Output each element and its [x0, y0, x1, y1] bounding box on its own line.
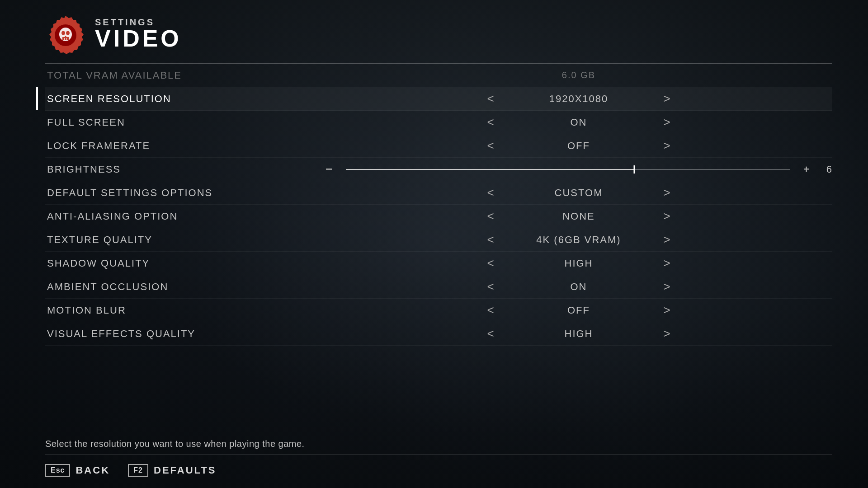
- ambient-occlusion-prev[interactable]: <: [484, 280, 497, 294]
- brightness-decrease[interactable]: −: [326, 162, 332, 176]
- title-block: SETTINGS VIDEO: [95, 18, 182, 50]
- screen-resolution-prev[interactable]: <: [484, 92, 497, 106]
- texture-quality-next[interactable]: >: [660, 233, 674, 247]
- full-screen-row[interactable]: FULL SCREEN < ON >: [45, 111, 832, 134]
- visual-effects-row[interactable]: VISUAL EFFECTS QUALITY < HIGH >: [45, 322, 832, 346]
- anti-aliasing-prev[interactable]: <: [484, 209, 497, 223]
- full-screen-control: < ON >: [326, 115, 832, 129]
- f2-key-badge: F2: [128, 464, 148, 477]
- motion-blur-label: MOTION BLUR: [45, 305, 326, 316]
- back-label: BACK: [75, 465, 110, 476]
- brightness-fill: [346, 169, 634, 170]
- ambient-occlusion-control: < ON >: [326, 280, 832, 294]
- svg-rect-5: [65, 38, 66, 40]
- brightness-track[interactable]: [346, 169, 790, 170]
- shadow-quality-value: HIGH: [515, 258, 642, 269]
- brightness-increase[interactable]: +: [803, 164, 809, 175]
- visual-effects-next[interactable]: >: [660, 327, 674, 341]
- shadow-quality-prev[interactable]: <: [484, 256, 497, 270]
- full-screen-label: FULL SCREEN: [45, 117, 326, 128]
- lock-framerate-row[interactable]: LOCK FRAMERATE < OFF >: [45, 134, 832, 158]
- visual-effects-value: HIGH: [515, 328, 642, 340]
- default-settings-row[interactable]: DEFAULT SETTINGS OPTIONS < CUSTOM >: [45, 181, 832, 205]
- motion-blur-prev[interactable]: <: [484, 303, 497, 317]
- anti-aliasing-control: < NONE >: [326, 209, 832, 223]
- footer-controls: Esc BACK F2 DEFAULTS: [45, 464, 832, 488]
- anti-aliasing-value: NONE: [515, 211, 642, 222]
- ambient-occlusion-next[interactable]: >: [660, 280, 674, 294]
- shadow-quality-next[interactable]: >: [660, 256, 674, 270]
- brightness-thumb: [634, 165, 635, 174]
- back-button[interactable]: Esc BACK: [45, 464, 110, 477]
- esc-key-badge: Esc: [45, 464, 70, 477]
- motion-blur-value: OFF: [515, 305, 642, 316]
- svg-point-3: [66, 31, 70, 35]
- lock-framerate-control: < OFF >: [326, 139, 832, 153]
- lock-framerate-next[interactable]: >: [660, 139, 674, 153]
- visual-effects-label: VISUAL EFFECTS QUALITY: [45, 328, 326, 340]
- ambient-occlusion-label: AMBIENT OCCLUSION: [45, 281, 326, 293]
- defaults-label: DEFAULTS: [154, 465, 216, 476]
- full-screen-prev[interactable]: <: [484, 115, 497, 129]
- vram-control: 6.0 GB: [326, 70, 832, 80]
- svg-rect-4: [62, 38, 64, 40]
- anti-aliasing-label: ANTI-ALIASING OPTION: [45, 211, 326, 222]
- brightness-control: − + 6: [326, 162, 832, 176]
- anti-aliasing-row[interactable]: ANTI-ALIASING OPTION < NONE >: [45, 205, 832, 228]
- video-label: VIDEO: [95, 27, 182, 50]
- ambient-occlusion-value: ON: [515, 281, 642, 293]
- vram-value: 6.0 GB: [515, 70, 642, 80]
- gears-logo: [45, 14, 86, 54]
- ambient-occlusion-row[interactable]: AMBIENT OCCLUSION < ON >: [45, 275, 832, 299]
- header: SETTINGS VIDEO: [45, 14, 832, 54]
- svg-point-2: [61, 31, 65, 35]
- default-settings-value: CUSTOM: [515, 187, 642, 199]
- bottom-section: Select the resolution you want to use wh…: [45, 439, 832, 488]
- texture-quality-control: < 4K (6GB VRAM) >: [326, 233, 832, 247]
- full-screen-value: ON: [515, 117, 642, 128]
- svg-rect-7: [62, 37, 69, 38]
- anti-aliasing-next[interactable]: >: [660, 209, 674, 223]
- bottom-separator: [45, 455, 832, 455]
- texture-quality-value: 4K (6GB VRAM): [515, 234, 642, 246]
- motion-blur-next[interactable]: >: [660, 303, 674, 317]
- lock-framerate-label: LOCK FRAMERATE: [45, 140, 326, 152]
- lock-framerate-value: OFF: [515, 140, 642, 152]
- brightness-value: 6: [818, 164, 832, 175]
- visual-effects-prev[interactable]: <: [484, 327, 497, 341]
- shadow-quality-label: SHADOW QUALITY: [45, 258, 326, 269]
- visual-effects-control: < HIGH >: [326, 327, 832, 341]
- motion-blur-row[interactable]: MOTION BLUR < OFF >: [45, 299, 832, 322]
- lock-framerate-prev[interactable]: <: [484, 139, 497, 153]
- brightness-label: BRIGHTNESS: [45, 164, 326, 175]
- shadow-quality-row[interactable]: SHADOW QUALITY < HIGH >: [45, 252, 832, 275]
- default-settings-label: DEFAULT SETTINGS OPTIONS: [45, 187, 326, 199]
- svg-rect-6: [67, 38, 69, 40]
- texture-quality-label: TEXTURE QUALITY: [45, 234, 326, 246]
- full-screen-next[interactable]: >: [660, 115, 674, 129]
- default-settings-prev[interactable]: <: [484, 186, 497, 200]
- screen-resolution-next[interactable]: >: [660, 92, 674, 106]
- brightness-row[interactable]: BRIGHTNESS − + 6: [45, 158, 832, 181]
- motion-blur-control: < OFF >: [326, 303, 832, 317]
- defaults-button[interactable]: F2 DEFAULTS: [128, 464, 216, 477]
- screen-resolution-control: < 868x488 >: [326, 92, 832, 106]
- default-settings-control: < CUSTOM >: [326, 186, 832, 200]
- settings-list: SCREEN RESOLUTION < 868x488 > FULL SCR…: [45, 87, 832, 346]
- vram-row: TOTAL VRAM AVAILABLE 6.0 GB: [45, 64, 832, 87]
- texture-quality-row[interactable]: TEXTURE QUALITY < 4K (6GB VRAM) >: [45, 228, 832, 252]
- screen-resolution-label: SCREEN RESOLUTION: [45, 93, 326, 105]
- screen-resolution-row[interactable]: SCREEN RESOLUTION < 868x488 >: [45, 87, 832, 111]
- vram-label: TOTAL VRAM AVAILABLE: [45, 70, 326, 81]
- texture-quality-prev[interactable]: <: [484, 233, 497, 247]
- screen-resolution-value: 868x488: [515, 93, 642, 105]
- default-settings-next[interactable]: >: [660, 186, 674, 200]
- hint-text: Select the resolution you want to use wh…: [45, 439, 832, 449]
- shadow-quality-control: < HIGH >: [326, 256, 832, 270]
- main-content: SETTINGS VIDEO TOTAL VRAM AVAILABLE 6.0 …: [0, 0, 868, 488]
